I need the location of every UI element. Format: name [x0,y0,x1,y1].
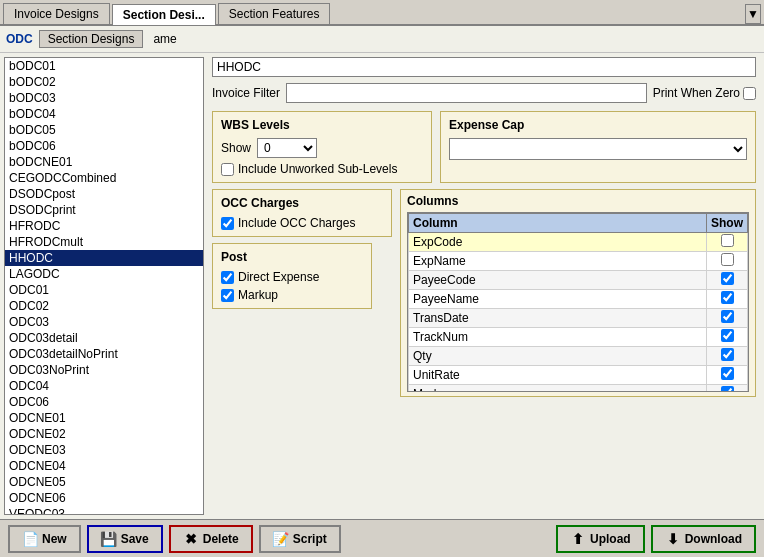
occ-post-columns-row: OCC Charges Include OCC Charges Post Dir… [212,189,756,397]
column-show-cell[interactable] [707,385,748,393]
column-show-checkbox[interactable] [721,310,734,323]
column-show-checkbox[interactable] [721,291,734,304]
columns-scroll[interactable]: Column Show ExpCodeExpNamePayeeCodePayee… [407,212,749,392]
col-header-show: Show [707,214,748,233]
column-show-checkbox[interactable] [721,386,734,392]
list-item[interactable]: DSODCprint [5,202,203,218]
left-list[interactable]: bODC01bODC02bODC03bODC04bODC05bODC06bODC… [4,57,204,515]
expense-cap-select[interactable] [449,138,747,160]
column-name-cell: Markup [409,385,707,393]
show-label: Show [221,141,251,155]
expense-cap-box: Expense Cap [440,111,756,183]
invoice-filter-label: Invoice Filter [212,86,280,100]
column-show-checkbox[interactable] [721,329,734,342]
list-item[interactable]: ODCNE01 [5,410,203,426]
table-row: PayeeName [409,290,748,309]
upload-button[interactable]: ⬆ Upload [556,525,645,553]
column-show-checkbox[interactable] [721,272,734,285]
include-occ-checkbox[interactable] [221,217,234,230]
tab-section-desi[interactable]: Section Desi... [112,4,216,25]
table-row: Qty [409,347,748,366]
list-item[interactable]: DSODCpost [5,186,203,202]
include-unworked-label: Include Unworked Sub-Levels [238,162,397,176]
list-item[interactable]: CEGODCCombined [5,170,203,186]
include-unworked-checkbox[interactable] [221,163,234,176]
list-item[interactable]: bODC05 [5,122,203,138]
wbs-show-select[interactable]: 0 1 2 3 [257,138,317,158]
list-item[interactable]: ODC03detailNoPrint [5,346,203,362]
section-designs-button[interactable]: Section Designs [39,30,144,48]
list-item[interactable]: ODC03 [5,314,203,330]
column-show-checkbox[interactable] [721,367,734,380]
list-item[interactable]: ODC01 [5,282,203,298]
table-row: Markup [409,385,748,393]
list-item[interactable]: HFRODC [5,218,203,234]
column-name-cell: TrackNum [409,328,707,347]
tab-invoice-designs[interactable]: Invoice Designs [3,3,110,24]
list-item[interactable]: bODC06 [5,138,203,154]
list-item[interactable]: bODC04 [5,106,203,122]
occ-post-stack: OCC Charges Include OCC Charges Post Dir… [212,189,392,309]
markup-row: Markup [221,288,363,302]
list-item[interactable]: bODC03 [5,90,203,106]
column-show-checkbox[interactable] [721,234,734,247]
list-item[interactable]: ODCNE05 [5,474,203,490]
table-row: TransDate [409,309,748,328]
wbs-expense-row: WBS Levels Show 0 1 2 3 Include Unworked… [212,111,756,183]
column-name-cell: ExpCode [409,233,707,252]
delete-button[interactable]: ✖ Delete [169,525,253,553]
col-header-column: Column [409,214,707,233]
column-show-checkbox[interactable] [721,253,734,266]
tab-section-features[interactable]: Section Features [218,3,331,24]
columns-table: Column Show ExpCodeExpNamePayeeCodePayee… [408,213,748,392]
column-show-cell[interactable] [707,290,748,309]
list-item[interactable]: ODCNE02 [5,426,203,442]
direct-expense-label: Direct Expense [238,270,319,284]
direct-expense-checkbox[interactable] [221,271,234,284]
print-when-zero-checkbox[interactable] [743,87,756,100]
markup-checkbox[interactable] [221,289,234,302]
new-button[interactable]: 📄 New [8,525,81,553]
column-name-cell: TransDate [409,309,707,328]
script-label: Script [293,532,327,546]
column-show-cell[interactable] [707,271,748,290]
column-show-cell[interactable] [707,233,748,252]
print-when-zero-label: Print When Zero [653,86,740,100]
column-show-cell[interactable] [707,366,748,385]
list-item[interactable]: ODCNE03 [5,442,203,458]
list-item[interactable]: bODCNE01 [5,154,203,170]
list-item[interactable]: ODC06 [5,394,203,410]
list-item[interactable]: ODC02 [5,298,203,314]
list-item[interactable]: ODC03NoPrint [5,362,203,378]
list-item[interactable]: ODC04 [5,378,203,394]
list-item[interactable]: VEODC03 [5,506,203,515]
delete-label: Delete [203,532,239,546]
include-unworked-row: Include Unworked Sub-Levels [221,162,423,176]
print-when-zero-row: Print When Zero [653,86,756,100]
list-item[interactable]: HHODC [5,250,203,266]
list-item[interactable]: ODC03detail [5,330,203,346]
list-item[interactable]: bODC01 [5,58,203,74]
column-show-cell[interactable] [707,328,748,347]
list-item[interactable]: LAGODC [5,266,203,282]
include-occ-label: Include OCC Charges [238,216,355,230]
column-show-cell[interactable] [707,309,748,328]
list-item[interactable]: bODC02 [5,74,203,90]
column-name-cell: Qty [409,347,707,366]
list-item[interactable]: ODCNE06 [5,490,203,506]
table-row: UnitRate [409,366,748,385]
content-row: bODC01bODC02bODC03bODC04bODC05bODC06bODC… [0,53,764,519]
column-show-cell[interactable] [707,347,748,366]
column-show-cell[interactable] [707,252,748,271]
wbs-show-row: Show 0 1 2 3 [221,138,423,158]
save-button[interactable]: 💾 Save [87,525,163,553]
download-label: Download [685,532,742,546]
list-item[interactable]: HFRODCmult [5,234,203,250]
list-item[interactable]: ODCNE04 [5,458,203,474]
column-show-checkbox[interactable] [721,348,734,361]
download-button[interactable]: ⬇ Download [651,525,756,553]
name-input[interactable] [212,57,756,77]
script-button[interactable]: 📝 Script [259,525,341,553]
tab-arrow[interactable]: ▼ [745,4,761,24]
invoice-filter-input[interactable] [286,83,647,103]
